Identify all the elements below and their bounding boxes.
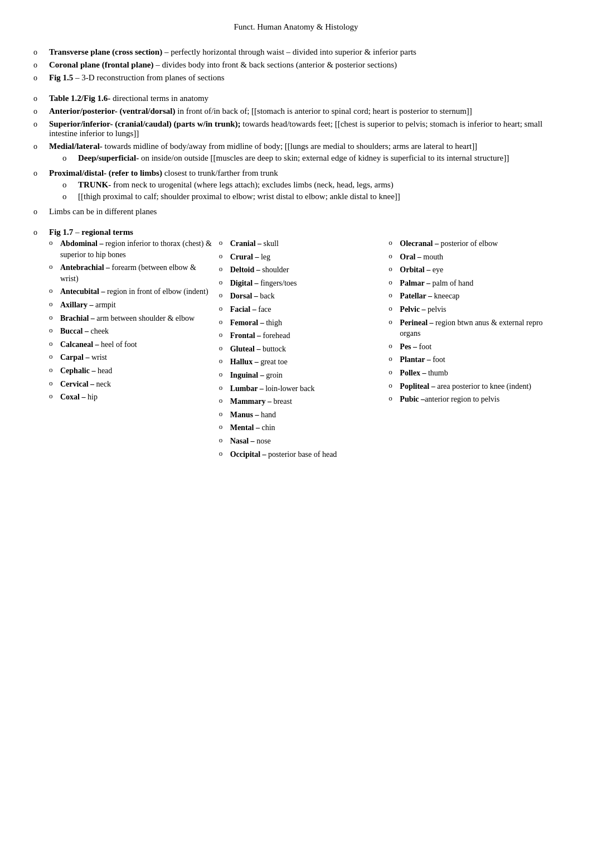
spacer-2 — [33, 220, 559, 224]
regional-item-pelvic: o Pelvic – pelvis — [389, 304, 554, 315]
bullet-deep: o — [62, 153, 78, 163]
content-oral: Oral – mouth — [400, 252, 554, 263]
main-content-list: o Transverse plane (cross section) – per… — [33, 47, 559, 462]
bullet-patellar: o — [389, 291, 400, 300]
content-fig17: Fig 1.7 – regional terms o Abdominal – r… — [49, 228, 559, 462]
content-anterior: Anterior/posterior- (ventral/dorsal) in … — [49, 107, 559, 116]
bullet-coxal: o — [49, 392, 60, 401]
content-abdominal: Abdominal – region inferior to thorax (c… — [60, 238, 215, 260]
content-facial: Facial – face — [230, 304, 385, 315]
bullet-orbital: o — [389, 264, 400, 273]
regional-item-carpal: o Carpal – wrist — [49, 352, 215, 363]
bullet-facial: o — [219, 304, 230, 313]
regional-item-gluteal: o Gluteal – buttock — [219, 344, 385, 355]
bullet-nasal: o — [219, 436, 230, 445]
list-item-fig17: o Fig 1.7 – regional terms o Abdominal –… — [33, 228, 559, 462]
content-popliteal: Popliteal – area posterior to knee (inde… — [400, 381, 554, 392]
bullet-dorsal: o — [219, 291, 230, 300]
content-frontal: Frontal – forehead — [230, 330, 385, 341]
bullet-popliteal: o — [389, 381, 400, 390]
content-digital: Digital – fingers/toes — [230, 278, 385, 289]
content-coxal: Coxal – hip — [60, 392, 215, 403]
list-item-limbs: o Limbs can be in different planes — [33, 207, 559, 216]
regional-item-orbital: o Orbital – eye — [389, 264, 554, 276]
regional-item-manus: o Manus – hand — [219, 409, 385, 421]
regional-item-coxal: o Coxal – hip — [49, 392, 215, 403]
bullet-crural: o — [219, 252, 230, 261]
regional-item-perineal: o Perineal – region btwn anus & external… — [389, 317, 554, 339]
bullet-femoral: o — [219, 317, 230, 326]
list-item-proximal: o Proximal/distal- (refer to limbs) clos… — [33, 168, 559, 204]
bullet-axillary: o — [49, 300, 60, 308]
bullet-oral: o — [389, 252, 400, 261]
bullet-medial: o — [33, 142, 49, 151]
content-axillary: Axillary – armpit — [60, 300, 215, 311]
regional-item-cranial: o Cranial – skull — [219, 238, 385, 249]
bullet-transverse: o — [33, 47, 49, 57]
content-orbital: Orbital – eye — [400, 264, 554, 276]
regional-item-mammary: o Mammary – breast — [219, 396, 385, 407]
regional-item-mental: o Mental – chin — [219, 422, 385, 433]
bullet-inguinal: o — [219, 370, 230, 379]
content-buccal: Buccal – cheek — [60, 326, 215, 337]
sub-list-medial: o Deep/superficial- on inside/on outside… — [62, 153, 559, 163]
list-item-anterior: o Anterior/posterior- (ventral/dorsal) i… — [33, 107, 559, 116]
regional-item-brachial: o Brachial – arm between shoulder & elbo… — [49, 313, 215, 324]
bullet-fig15: o — [33, 73, 49, 83]
content-gluteal: Gluteal – buttock — [230, 344, 385, 355]
bullet-cranial: o — [219, 238, 230, 247]
content-manus: Manus – hand — [230, 409, 385, 421]
content-olecranal: Olecranal – posterior of elbow — [400, 238, 554, 249]
content-superior: Superior/inferior- (cranial/caudal) (par… — [49, 119, 559, 138]
regional-item-digital: o Digital – fingers/toes — [219, 278, 385, 289]
content-crural: Crural – leg — [230, 252, 385, 263]
content-pubic: Pubic –anterior region to pelvis — [400, 394, 554, 405]
bullet-palmar: o — [389, 278, 400, 287]
content-thigh: [[thigh proximal to calf; shoulder proxi… — [78, 192, 559, 201]
regional-col-1: o Abdominal – region inferior to thorax … — [49, 238, 219, 405]
regional-col-3: o Olecranal – posterior of elbow o Oral … — [389, 238, 559, 407]
regional-item-antebrachial: o Antebrachial – forearm (between elbow … — [49, 262, 215, 284]
content-deep: Deep/superficial- on inside/on outside [… — [78, 153, 559, 163]
list-item-superior: o Superior/inferior- (cranial/caudal) (p… — [33, 119, 559, 138]
bullet-coronal: o — [33, 60, 49, 70]
content-perineal: Perineal – region btwn anus & external r… — [400, 317, 554, 339]
content-nasal: Nasal – nose — [230, 436, 385, 447]
content-pollex: Pollex – thumb — [400, 368, 554, 379]
bullet-thigh: o — [62, 192, 78, 201]
regional-item-popliteal: o Popliteal – area posterior to knee (in… — [389, 381, 554, 392]
bullet-cervical: o — [49, 379, 60, 388]
page-header: Funct. Human Anatomy & Histology — [33, 22, 559, 32]
bullet-occipital: o — [219, 449, 230, 458]
bullet-digital: o — [219, 278, 230, 287]
content-medial: Medial/lateral- towards midline of body/… — [49, 142, 559, 165]
bullet-mental: o — [219, 422, 230, 431]
bullet-anterior: o — [33, 107, 49, 116]
regional-col-2: o Cranial – skull o Crural – leg o Delto… — [219, 238, 389, 462]
regional-item-crural: o Crural – leg — [219, 252, 385, 263]
spacer-1 — [33, 86, 559, 90]
regional-item-inguinal: o Inguinal – groin — [219, 370, 385, 381]
list-item-coronal: o Coronal plane (frontal plane) – divide… — [33, 60, 559, 70]
bullet-olecranal: o — [389, 238, 400, 247]
content-limbs: Limbs can be in different planes — [49, 207, 559, 216]
sub-item-trunk: o TRUNK- from neck to urogenital (where … — [62, 180, 559, 190]
regional-item-abdominal: o Abdominal – region inferior to thorax … — [49, 238, 215, 260]
content-dorsal: Dorsal – back — [230, 291, 385, 302]
bullet-fig17: o — [33, 228, 49, 237]
bullet-trunk: o — [62, 180, 78, 190]
list-item-transverse: o Transverse plane (cross section) – per… — [33, 47, 559, 57]
content-cephalic: Cephalic – head — [60, 365, 215, 377]
bullet-pubic: o — [389, 394, 400, 403]
content-inguinal: Inguinal – groin — [230, 370, 385, 381]
content-calcaneal: Calcaneal – heel of foot — [60, 339, 215, 350]
regional-item-femoral: o Femoral – thigh — [219, 317, 385, 329]
bullet-perineal: o — [389, 317, 400, 326]
regional-item-frontal: o Frontal – forehead — [219, 330, 385, 341]
regional-item-axillary: o Axillary – armpit — [49, 300, 215, 311]
regional-list-2: o Cranial – skull o Crural – leg o Delto… — [219, 238, 385, 460]
bullet-carpal: o — [49, 352, 60, 361]
regional-item-pes: o Pes – foot — [389, 341, 554, 353]
content-cervical: Cervical – neck — [60, 379, 215, 390]
content-brachial: Brachial – arm between shoulder & elbow — [60, 313, 215, 324]
